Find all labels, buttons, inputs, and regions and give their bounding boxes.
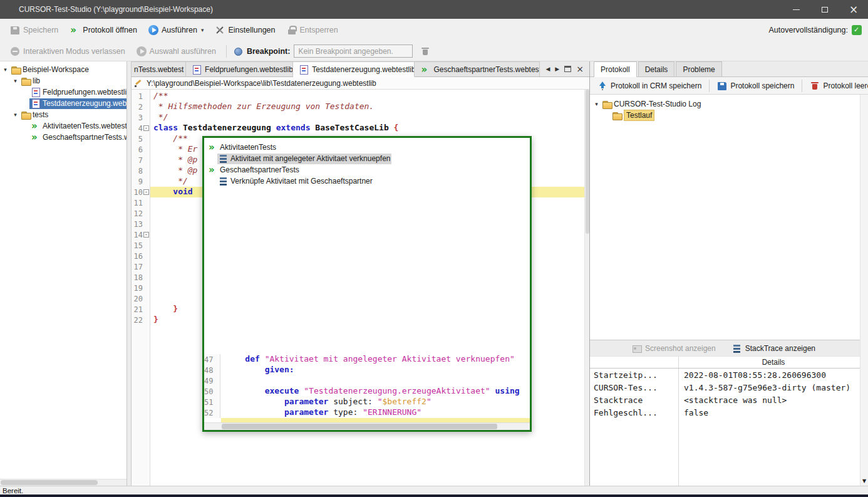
code-line[interactable]: */ <box>150 112 584 123</box>
code-line[interactable]: /** <box>150 91 584 102</box>
tree-item[interactable]: GeschaeftspartnerTests.webtest <box>0 132 127 143</box>
tree-node[interactable]: Aktivitaet mit angelegeter Aktivitaet ve… <box>217 154 391 164</box>
code-line[interactable]: execute "Testdatenerzeugung.erzeugeAktiv… <box>220 386 530 397</box>
close-button[interactable]: × <box>839 0 868 19</box>
tab-feldpruefungen-webtestlib[interactable]: Feldpruefungen.webtestlib <box>186 61 293 76</box>
minimize-button[interactable] <box>782 0 810 19</box>
tab-scroll-left-icon[interactable]: ◀ <box>545 66 550 72</box>
gutter-line: 15 <box>132 240 150 251</box>
line-number: 17 <box>132 263 143 271</box>
editor[interactable]: 1234-5678910-11121314-1516171819202122 /… <box>132 90 589 486</box>
gutter-line: 4- <box>132 123 150 133</box>
save-protocol-crm-button[interactable]: Protokoll in CRM speichern <box>594 80 705 92</box>
tree-item[interactable]: Verknüpfe Aktivitaet mit Geschaeftspartn… <box>205 175 527 187</box>
scrollbar-thumb[interactable] <box>222 424 497 429</box>
detail-row[interactable]: Fehlgeschl...false <box>590 406 868 419</box>
run-selection-button[interactable]: Auswahl ausführen <box>133 45 220 58</box>
delete-breakpoint-button[interactable] <box>416 45 434 58</box>
tree-node[interactable]: Testdatenerzeugung.webtestlib <box>29 98 127 109</box>
tree-node[interactable]: Beispiel-Workspace <box>9 65 90 75</box>
tree-node[interactable]: GeschaeftspartnerTests <box>207 165 301 175</box>
settings-button[interactable]: Einstellungen <box>211 24 279 36</box>
open-protocol-button[interactable]: Protokoll öffnen <box>66 24 141 36</box>
scroll-down-icon[interactable]: ▼ <box>862 478 866 486</box>
filler-divider <box>590 419 679 486</box>
code-line[interactable]: parameter type: "ERINNERUNG" <box>220 407 530 418</box>
code-line[interactable] <box>220 375 530 386</box>
breakpoint-input[interactable] <box>294 44 413 58</box>
leave-interactive-mode-button[interactable]: Interaktiven Modus verlassen <box>6 45 129 58</box>
editor-vertical-scrollbar[interactable] <box>584 90 589 486</box>
tree-item[interactable]: Aktivitaet mit angelegeter Aktivitaet ve… <box>205 153 527 164</box>
tree-item[interactable]: Testlauf <box>590 110 868 121</box>
tab-scroll-right-icon[interactable]: ▶ <box>555 66 559 72</box>
tree-node[interactable]: Testlauf <box>611 110 656 121</box>
run-dropdown-icon[interactable]: ▾ <box>201 27 204 33</box>
tree-item[interactable]: AktivitaetenTests.webtest <box>0 120 127 132</box>
tab-aktivitaetentests-webtest[interactable]: nTests.webtest <box>132 61 186 76</box>
tree-node[interactable]: CURSOR-Test-Studio Log <box>601 99 702 110</box>
clear-protocol-button[interactable]: Protokoll leeren <box>806 80 868 92</box>
show-stacktrace-button[interactable]: StackTrace anzeigen <box>728 342 819 355</box>
tab-label: Probleme <box>683 65 715 74</box>
tree-item[interactable]: Testdatenerzeugung.webtestlib <box>0 98 127 109</box>
tab-probleme[interactable]: Probleme <box>676 61 721 76</box>
code-line[interactable]: given: <box>220 365 530 375</box>
tree-item[interactable]: ▾tests <box>0 109 127 120</box>
minimize-icon <box>793 9 800 10</box>
tree-item[interactable]: ▾Beispiel-Workspace <box>0 64 127 75</box>
gutter-line: 16 <box>132 251 150 261</box>
tree-node[interactable]: lib <box>19 76 41 86</box>
gutter-line: 10- <box>132 187 150 197</box>
detail-row[interactable]: Stacktrace<stacktrace was null> <box>590 394 868 406</box>
unlock-button[interactable]: Entsperren <box>283 24 342 36</box>
tree-node[interactable]: AktivitaetenTests <box>207 142 277 153</box>
tree-node[interactable]: AktivitaetenTests.webtest <box>29 121 127 132</box>
tree-node[interactable]: Verknüpfe Aktivitaet mit Geschaeftspartn… <box>217 176 374 187</box>
twisty-icon[interactable]: ▾ <box>592 101 601 107</box>
twisty-icon[interactable]: ▾ <box>11 78 19 84</box>
autocomplete-status-icon[interactable] <box>852 25 862 35</box>
tree-item[interactable]: ▾lib <box>0 75 127 86</box>
panel-vertical-scrollbar[interactable]: ▼ <box>860 95 868 486</box>
fold-marker-icon[interactable]: - <box>143 125 149 131</box>
line-number: 48 <box>204 366 213 375</box>
maximize-button[interactable] <box>810 0 839 19</box>
tab-protokoll[interactable]: Protokoll <box>594 61 637 77</box>
save-protocol-button[interactable]: Protokoll speichern <box>713 80 798 92</box>
gutter-line: 21 <box>132 304 150 315</box>
tree-node[interactable]: tests <box>19 110 49 120</box>
scrollbar-thumb[interactable] <box>1 480 98 485</box>
maximize-editor-icon[interactable] <box>564 66 571 72</box>
tree-item[interactable]: GeschaeftspartnerTests <box>205 164 527 175</box>
tab-geschaeftspartnertests-webtest[interactable]: GeschaeftspartnerTests.webtest <box>415 61 540 76</box>
tab-testdatenerzeugung-webtestlib[interactable]: Testdatenerzeugung.webtestlib <box>293 61 415 77</box>
details-column-header[interactable]: Details <box>679 358 868 367</box>
tree-item[interactable]: ▾CURSOR-Test-Studio Log <box>590 98 868 110</box>
overlay-horizontal-scrollbar[interactable] <box>204 422 530 430</box>
detail-row[interactable]: CURSOR-Tes...v1.4.3-587-g75e96e3-dirty (… <box>590 381 868 394</box>
sidebar-horizontal-scrollbar[interactable] <box>0 479 127 486</box>
tree-node[interactable]: Feldpruefungen.webtestlib <box>29 87 127 98</box>
twisty-icon[interactable]: ▾ <box>1 66 9 73</box>
save-protocol-label: Protokoll speichern <box>730 81 794 90</box>
close-tab-icon[interactable]: × <box>576 65 584 73</box>
code-line[interactable]: * Hilfsmethoden zur Erzeugung von Testda… <box>150 102 584 112</box>
tree-item[interactable]: AktivitaetenTests <box>205 142 527 153</box>
code-line[interactable]: def "Aktivitaet mit angelegeter Aktivita… <box>220 354 530 365</box>
code-line[interactable]: class Testdatenerzeugung extends BaseTes… <box>150 123 584 133</box>
show-screenshot-button[interactable]: Screenshot anzeigen <box>628 342 720 355</box>
tree-node[interactable]: GeschaeftspartnerTests.webtest <box>29 132 127 143</box>
fold-marker-icon[interactable]: - <box>143 189 149 195</box>
tree-item[interactable]: Feldpruefungen.webtestlib <box>0 86 127 98</box>
sidebar-splitter[interactable] <box>127 61 132 486</box>
line-number: 9 <box>132 177 143 186</box>
twisty-icon[interactable]: ▾ <box>11 112 19 118</box>
code-line[interactable]: parameter subject: "$betreff2" <box>220 397 530 407</box>
tab-controls: ◀ ▶ × <box>540 61 589 76</box>
detail-row[interactable]: Startzeitp...2022-08-01T08:55:28.2606963… <box>590 369 868 381</box>
run-button[interactable]: Ausführen ▾ <box>145 24 208 36</box>
tab-details[interactable]: Details <box>638 61 675 76</box>
save-button[interactable]: Speichern <box>6 24 62 36</box>
fold-marker-icon[interactable]: - <box>143 232 149 238</box>
